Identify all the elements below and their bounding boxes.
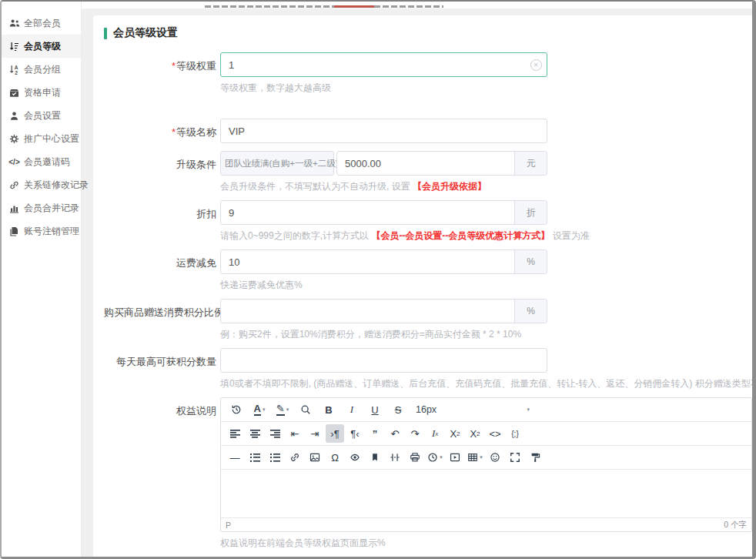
outdent-icon[interactable]: ⇤ (286, 424, 304, 443)
sidebar-item-invite-code[interactable]: </> 会员邀请码 (2, 150, 81, 173)
sidebar-item-member-group[interactable]: A2 会员分组 (2, 58, 81, 81)
ltr-paragraph-icon[interactable]: ›¶ (326, 424, 344, 443)
history-icon[interactable] (227, 400, 246, 419)
align-right-icon[interactable] (266, 424, 284, 443)
preview-eye-icon[interactable] (346, 448, 364, 467)
row-freight-reduction: 运费减免 % 快递运费减免优惠% (104, 249, 752, 291)
undo-icon[interactable]: ↶ (386, 424, 404, 443)
clipped-scrolled-content (82, 2, 752, 8)
editor-toolbar-row2: ⇤ ⇥ ›¶ ¶‹ ” ↶ ↷ Ix X2 X2 <> {;} (221, 422, 751, 446)
rtl-paragraph-icon[interactable]: ¶‹ (346, 424, 364, 443)
sidebar-item-label: 资格申请 (24, 86, 61, 99)
daily-points-input[interactable] (221, 349, 547, 372)
unit-yuan: 元 (514, 152, 547, 175)
horizontal-rule-icon[interactable]: — (226, 448, 244, 467)
blockquote-icon[interactable]: ” (366, 424, 384, 443)
sidebar-item-relation-log[interactable]: 关系链修改记录 (2, 173, 81, 196)
code-sample-icon[interactable]: {;} (506, 424, 524, 443)
sidebar-item-member-level[interactable]: 会员等级 (2, 35, 81, 58)
align-left-icon[interactable] (226, 424, 244, 443)
points-ratio-hint: 例：购买2件，设置10%消费积分，赠送消费积分=商品实付金额 * 2 * 10% (220, 328, 752, 340)
numbered-list-icon[interactable] (266, 448, 284, 467)
clear-input-icon[interactable]: ✕ (525, 53, 547, 76)
sidebar-item-label: 会员合并记录 (24, 202, 79, 215)
sidebar-item-merge-log[interactable]: 会员合并记录 (2, 196, 81, 219)
level-name-input[interactable] (221, 119, 547, 142)
discount-input[interactable] (221, 201, 514, 224)
search-icon[interactable] (296, 400, 315, 419)
fullscreen-icon[interactable] (506, 448, 524, 467)
upgrade-condition-hint: 会员升级条件，不填写默认为不自动升级, 设置 【会员升级依据】 (220, 180, 752, 192)
align-center-icon[interactable] (246, 424, 264, 443)
daily-points-group (220, 348, 547, 373)
inline-code-icon[interactable]: <> (486, 424, 504, 443)
chevron-down-icon: ▾ (440, 454, 443, 460)
emoji-icon[interactable] (486, 448, 504, 467)
sidebar-item-label: 关系链修改记录 (24, 179, 89, 192)
freight-label: 运费减免 (176, 257, 216, 269)
font-size-select[interactable]: 16px▾ (410, 400, 536, 419)
discount-calc-link[interactable]: 【会员--会员设置--会员等级优惠计算方式】 (371, 230, 550, 241)
underline-icon[interactable]: U (366, 400, 384, 419)
users-icon (8, 18, 20, 28)
sidebar-item-all-members[interactable]: 全部会员 (2, 12, 81, 35)
sidebar-item-qualification[interactable]: 资格申请 (2, 81, 81, 104)
app-window: 全部会员 会员等级 A2 会员分组 资格申请 会员设置 推广中心设置 </> 会… (0, 0, 756, 559)
daily-points-label: 每天最高可获积分数量 (116, 356, 216, 367)
discount-hint: 请输入0~999之间的数字,计算方式以 【会员--会员设置--会员等级优惠计算方… (220, 229, 752, 242)
editor-content-area[interactable] (221, 470, 751, 517)
chain-link-icon (8, 180, 20, 190)
freight-group: % (220, 249, 547, 274)
level-weight-input[interactable] (221, 53, 525, 76)
insert-datetime-icon[interactable]: ▾ (426, 448, 444, 467)
redo-icon[interactable]: ↷ (406, 424, 424, 443)
points-ratio-input[interactable] (221, 300, 514, 323)
benefits-label: 权益说明 (176, 405, 216, 417)
link-icon[interactable] (286, 448, 304, 467)
anchor-bookmark-icon[interactable] (366, 448, 384, 467)
upgrade-amount-input[interactable] (337, 152, 514, 175)
superscript-icon[interactable]: X2 (466, 424, 484, 443)
sidebar-item-label: 推广中心设置 (24, 132, 79, 146)
sidebar-item-label: 会员等级 (24, 40, 61, 53)
sidebar-item-account-cancel[interactable]: 账号注销管理 (2, 219, 81, 243)
special-char-icon[interactable]: Ω (326, 448, 344, 467)
upgrade-condition-select[interactable]: 团队业绩满(自购+一级+二级) (220, 151, 334, 176)
file-icon (8, 226, 20, 236)
unit-percent: % (514, 250, 547, 273)
chevron-down-icon: ▾ (527, 407, 530, 413)
highlight-color-icon[interactable]: ✎▾ (273, 400, 292, 419)
panel-title: 会员等级设置 (104, 26, 752, 40)
indent-icon[interactable]: ⇥ (306, 424, 324, 443)
sidebar-item-label: 会员设置 (24, 109, 61, 122)
bold-icon[interactable]: B (319, 400, 338, 419)
bullet-list-icon[interactable] (246, 448, 264, 467)
sidebar-item-promotion-settings[interactable]: 推广中心设置 (2, 127, 81, 150)
editor-toolbar-row1: A▾ ✎▾ B I U S 16px▾ (221, 398, 751, 422)
unit-percent: % (514, 300, 547, 323)
upgrade-amount-group: 元 (336, 151, 547, 176)
table-icon[interactable]: ▾ (466, 448, 484, 467)
discount-label: 折扣 (196, 208, 216, 219)
editor-element-path: P (226, 521, 231, 530)
italic-icon[interactable]: I (343, 400, 361, 419)
subscript-icon[interactable]: X2 (446, 424, 464, 443)
freight-hint: 快递运费减免优惠% (220, 279, 752, 291)
chevron-down-icon: ▾ (480, 454, 483, 460)
level-weight-label: 等级权重 (176, 60, 216, 72)
row-level-name: *等级名称 (104, 119, 752, 143)
row-points-ratio: 购买商品赠送消费积分比例 % 例：购买2件，设置10%消费积分，赠送消费积分=商… (104, 299, 752, 340)
format-paint-icon[interactable] (526, 448, 544, 467)
clear-format-icon[interactable]: Ix (426, 424, 444, 443)
media-icon[interactable] (446, 448, 464, 467)
daily-points-hint: 填0或者不填即不限制, (商品赠送、订单赠送、后台充值、充值码充值、批量充值、转… (220, 377, 752, 390)
image-icon[interactable] (306, 448, 324, 467)
page-break-icon[interactable] (386, 448, 404, 467)
sidebar-item-member-settings[interactable]: 会员设置 (2, 104, 81, 127)
text-color-icon[interactable]: A▾ (250, 400, 269, 419)
upgrade-basis-link[interactable]: 【会员升级依据】 (413, 181, 487, 192)
freight-input[interactable] (221, 250, 514, 273)
print-icon[interactable] (406, 448, 424, 467)
strikethrough-icon[interactable]: S (389, 400, 407, 419)
qualification-icon (8, 88, 20, 98)
